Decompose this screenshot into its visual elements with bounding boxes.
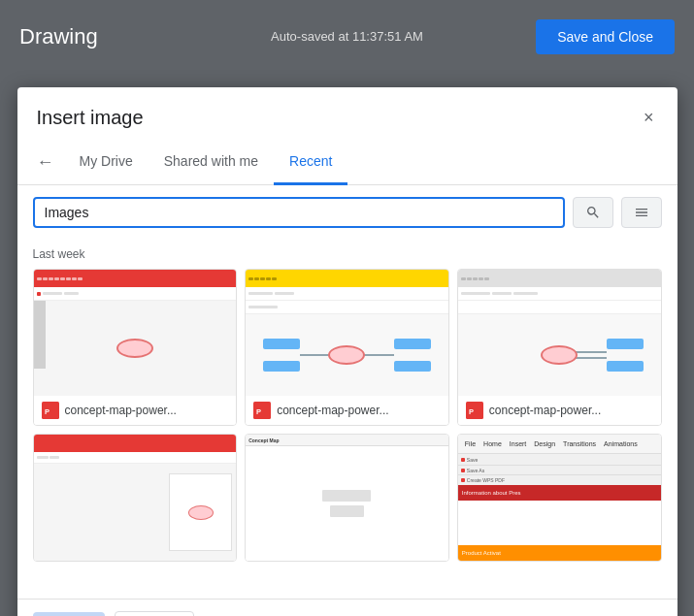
- svg-text:P: P: [469, 407, 474, 416]
- cancel-button[interactable]: Cancel: [115, 611, 194, 616]
- file-meta-2: P concept-map-power...: [246, 396, 448, 425]
- insert-image-dialog: Insert image × ← My Drive Shared with me…: [17, 87, 677, 616]
- search-wrapper: [33, 197, 565, 228]
- search-row: [17, 185, 677, 240]
- autosave-status: Auto-saved at 11:37:51 AM: [271, 29, 423, 44]
- file-thumbnail-2: [246, 270, 448, 396]
- file-thumbnail-1: [34, 270, 237, 396]
- tabs-bar: ← My Drive Shared with me Recent: [17, 140, 677, 185]
- dialog-header: Insert image ×: [17, 87, 677, 140]
- file-name-2: concept-map-power...: [277, 404, 388, 417]
- file-thumbnail-3: [458, 270, 661, 396]
- search-button[interactable]: [573, 197, 613, 228]
- file-type-icon: P: [42, 402, 59, 419]
- top-bar: Drawing Auto-saved at 11:37:51 AM Save a…: [0, 0, 694, 73]
- dialog-overlay: Insert image × ← My Drive Shared with me…: [0, 73, 694, 616]
- search-input[interactable]: [45, 205, 553, 220]
- dialog-title: Insert image: [37, 107, 144, 129]
- save-close-button[interactable]: Save and Close: [536, 19, 675, 54]
- svg-text:P: P: [45, 407, 50, 416]
- file-thumbnail-5: Concept Map: [246, 435, 448, 561]
- file-meta-3: P concept-map-power...: [458, 396, 661, 425]
- list-view-button[interactable]: [621, 197, 662, 228]
- file-thumbnail-4: [34, 435, 237, 561]
- file-name-3: concept-map-power...: [489, 404, 601, 417]
- back-button[interactable]: ←: [27, 142, 64, 182]
- list-item[interactable]: P concept-map-power...: [245, 269, 449, 426]
- dialog-close-button[interactable]: ×: [640, 105, 658, 130]
- svg-text:P: P: [256, 407, 261, 416]
- file-meta-1: P concept-map-power...: [34, 396, 237, 425]
- select-button[interactable]: Select: [33, 612, 106, 616]
- search-icon: [585, 205, 601, 220]
- dialog-footer: Select Cancel: [17, 599, 677, 616]
- list-item[interactable]: P concept-map-power...: [33, 269, 238, 426]
- list-item[interactable]: P concept-map-power...: [457, 269, 662, 426]
- file-type-icon: P: [466, 402, 483, 419]
- tab-my-drive[interactable]: My Drive: [64, 140, 149, 185]
- file-grid-row2: Concept Map: [33, 434, 662, 569]
- list-item[interactable]: [33, 434, 238, 562]
- tab-shared-with-me[interactable]: Shared with me: [149, 140, 274, 185]
- section-label: Last week: [33, 243, 662, 269]
- file-type-icon: P: [253, 402, 271, 419]
- content-area: Last week: [17, 240, 677, 599]
- tab-recent[interactable]: Recent: [274, 140, 347, 185]
- list-item[interactable]: Concept Map: [245, 434, 449, 562]
- list-view-icon: [634, 205, 649, 220]
- list-item[interactable]: File Home Insert Design Transitions Anim…: [457, 434, 662, 562]
- file-name-1: concept-map-power...: [65, 404, 177, 417]
- app-title: Drawing: [19, 24, 98, 49]
- file-grid: P concept-map-power...: [33, 269, 662, 434]
- file-thumbnail-6: File Home Insert Design Transitions Anim…: [458, 435, 661, 561]
